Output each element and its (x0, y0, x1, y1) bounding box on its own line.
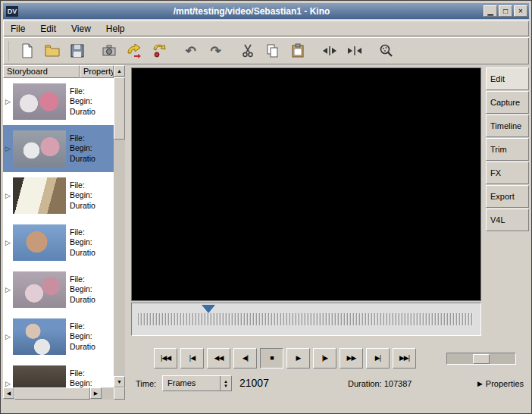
open-button[interactable] (40, 40, 64, 62)
magnify-button[interactable] (374, 40, 398, 62)
menu-view[interactable]: View (64, 21, 99, 36)
expander-icon[interactable]: ▷ (3, 380, 13, 387)
cut-button[interactable] (236, 40, 259, 62)
play-button[interactable]: ▶ (286, 348, 310, 369)
publish-button[interactable] (122, 40, 146, 62)
scene-thumbnail[interactable] (13, 83, 66, 120)
menu-file[interactable]: File (3, 21, 33, 36)
storyboard-horizontal-scrollbar[interactable]: ◀ ▶ (3, 387, 114, 400)
tab-trim[interactable]: Trim (486, 138, 529, 161)
new-icon (19, 42, 36, 59)
undo-history-icon (151, 42, 167, 59)
rewind-button[interactable]: ◀◀ (207, 348, 230, 369)
scroll-up-icon[interactable]: ▲ (114, 65, 125, 77)
storyboard-row-5[interactable]: ▷ File: Begin: Duratio (3, 266, 114, 313)
properties-toggle[interactable]: ▶ Properties (477, 379, 524, 388)
video-preview[interactable] (131, 67, 481, 301)
scene-properties: File: Begin: Duratio (66, 274, 95, 306)
undo-history-button[interactable] (147, 40, 171, 62)
expander-icon[interactable]: ▷ (3, 239, 13, 246)
scene-thumbnail[interactable] (13, 177, 66, 214)
storyboard-row-3[interactable]: ▷ File: Begin: Duratio (3, 172, 114, 219)
audio-waveform-strip[interactable] (138, 313, 473, 325)
close-button[interactable]: × (514, 5, 527, 17)
tab-timeline[interactable]: Timeline (486, 114, 529, 137)
scroll-left-icon[interactable]: ◀ (3, 387, 14, 399)
prev-scene-button[interactable]: |◀ (180, 348, 204, 369)
storyboard-column-header[interactable]: Storyboard (3, 65, 80, 78)
storyboard-row-4[interactable]: ▷ File: Begin: Duratio (3, 219, 114, 266)
expander-icon[interactable]: ▷ (3, 192, 13, 199)
begin-label: Begin: (70, 284, 95, 295)
duration-value: Duration: 107387 (348, 379, 412, 388)
maximize-button[interactable]: □ (499, 5, 512, 17)
menu-help[interactable]: Help (99, 21, 133, 36)
next-scene-button[interactable]: ▶| (366, 348, 390, 369)
scroll-down-icon[interactable]: ▼ (114, 376, 125, 387)
expander-icon[interactable]: ▷ (3, 286, 13, 293)
tab-v4l[interactable]: V4L (486, 209, 529, 231)
menu-edit[interactable]: Edit (33, 21, 64, 36)
scene-thumbnail[interactable] (13, 130, 66, 167)
save-button[interactable] (65, 40, 89, 62)
storyboard-row-6[interactable]: ▷ File: Begin: Duratio (3, 313, 114, 360)
property-column-header[interactable]: Property (80, 65, 114, 78)
seek-start-button[interactable]: |◀◀ (154, 348, 177, 369)
stop-button[interactable]: ■ (260, 348, 283, 369)
split-scene-icon (321, 42, 338, 59)
begin-label: Begin: (70, 96, 95, 107)
tab-fx[interactable]: FX (486, 162, 529, 184)
paste-icon (289, 42, 306, 59)
vertical-scroll-thumb[interactable] (114, 77, 125, 140)
kino-window: DV /mnt/testing/video/Sebastian1 - Kino … (0, 0, 532, 414)
storyboard-row-7[interactable]: ▷ File: Begin: Duratio (3, 360, 114, 387)
titlebar[interactable]: DV /mnt/testing/video/Sebastian1 - Kino … (3, 3, 529, 19)
join-scene-button[interactable] (343, 40, 366, 62)
begin-label: Begin: (70, 190, 95, 201)
expander-icon[interactable]: ▷ (3, 145, 13, 152)
storyboard-row-2-selected[interactable]: ▷ File: Begin: Duratio (3, 125, 114, 172)
frame-forward-button[interactable]: |▶ (313, 348, 336, 369)
scene-thumbnail[interactable] (13, 365, 66, 387)
begin-label: Begin: (70, 331, 95, 342)
scene-thumbnail[interactable] (13, 318, 66, 355)
copy-icon (264, 42, 281, 59)
copy-button[interactable] (261, 40, 284, 62)
frame-back-button[interactable]: ◀| (233, 348, 257, 369)
still-frame-button[interactable] (97, 40, 120, 62)
current-frame-value: 21007 (239, 377, 269, 389)
scroll-right-icon[interactable]: ▶ (90, 387, 102, 399)
shuttle-slider-thumb[interactable] (473, 354, 490, 364)
tab-capture[interactable]: Capture (486, 91, 529, 114)
new-button[interactable] (15, 40, 39, 62)
expander-icon[interactable]: ▷ (3, 98, 13, 105)
horizontal-scroll-thumb[interactable] (14, 387, 90, 400)
spin-down-icon[interactable]: ▼ (224, 384, 228, 388)
seek-end-button[interactable]: ▶▶| (393, 348, 416, 369)
storyboard-vertical-scrollbar[interactable]: ▲ ▼ (114, 65, 125, 387)
toolbar-grip[interactable] (7, 41, 11, 61)
menubar: File Edit View Help (3, 20, 529, 36)
storyboard-row-1[interactable]: ▷ File: Begin: Duratio (3, 78, 114, 125)
tab-export[interactable]: Export (486, 185, 529, 208)
split-scene-button[interactable] (318, 40, 341, 62)
combo-spin-icons[interactable]: ▲ ▼ (220, 376, 231, 390)
paste-button[interactable] (286, 40, 309, 62)
scene-properties: File: Begin: Duratio (66, 133, 95, 165)
redo-button[interactable]: ↷ (204, 40, 227, 62)
shuttle-slider[interactable] (446, 353, 516, 365)
position-marker[interactable] (202, 305, 215, 313)
time-units-value: Frames (163, 376, 220, 390)
magnify-icon (378, 42, 395, 59)
expander-icon[interactable]: ▷ (3, 333, 13, 340)
scrub-bar[interactable] (131, 303, 481, 336)
undo-button[interactable]: ↶ (179, 40, 202, 62)
time-units-combo[interactable]: Frames ▲ ▼ (162, 375, 232, 391)
tab-edit[interactable]: Edit (486, 67, 529, 90)
storyboard-list: ▷ File: Begin: Duratio ▷ File: Begin: Du… (3, 78, 114, 387)
open-folder-icon (44, 42, 61, 59)
scene-thumbnail[interactable] (13, 224, 66, 261)
fast-forward-button[interactable]: ▶▶ (340, 348, 363, 369)
scene-thumbnail[interactable] (13, 271, 66, 308)
minimize-button[interactable]: ▁ (483, 5, 497, 17)
